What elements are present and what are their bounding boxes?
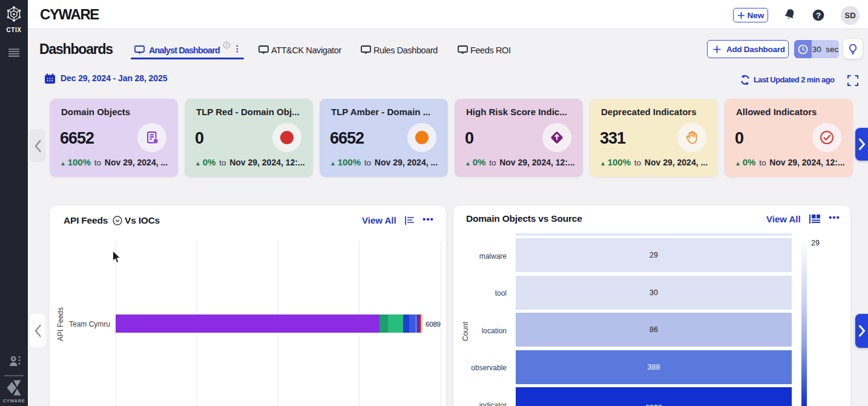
svg-text:?: ?: [816, 11, 821, 20]
